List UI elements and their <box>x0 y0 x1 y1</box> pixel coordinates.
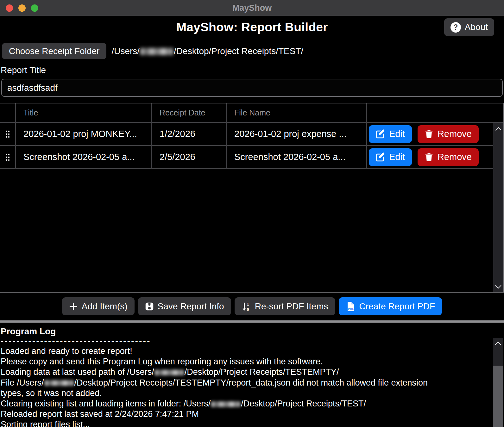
column-header-receipt-date: Receipt Date <box>151 103 226 122</box>
add-items-label: Add Item(s) <box>82 301 128 312</box>
remove-item-button[interactable]: Remove <box>418 125 479 143</box>
edit-item-button[interactable]: Edit <box>369 125 412 143</box>
log-line: Clearing existing list and loading items… <box>1 399 485 409</box>
column-header-file-name: File Name <box>226 103 366 122</box>
svg-text:9: 9 <box>247 307 249 311</box>
path-suffix: /Desktop/Project Receipts/TEST/ <box>174 46 303 56</box>
program-log-heading: Program Log <box>1 326 485 337</box>
cell-title: Screenshot 2026-02-05 a... <box>15 146 151 168</box>
report-title-input[interactable] <box>1 79 503 97</box>
drag-handle[interactable] <box>0 146 15 168</box>
cell-receipt-date: 2/5/2026 <box>151 146 226 168</box>
edit-button-label: Edit <box>389 152 405 162</box>
about-button-label: About <box>465 22 488 32</box>
create-report-pdf-button[interactable]: PDF Create Report PDF <box>339 297 442 315</box>
page-title: MayShow: Report Builder <box>0 18 504 34</box>
pencil-square-icon <box>376 152 385 162</box>
scroll-up-icon[interactable] <box>493 123 503 134</box>
svg-text:1: 1 <box>247 302 249 306</box>
grip-column-header <box>0 103 15 122</box>
table-header-row: Title Receipt Date File Name <box>0 103 503 123</box>
actions-toolbar: Add Item(s) Save Report Info 1 9 Re-sort… <box>0 293 504 320</box>
trash-icon <box>425 153 433 162</box>
column-header-title: Title <box>15 103 151 122</box>
table-scrollbar[interactable] <box>493 123 503 292</box>
pane-divider <box>0 320 504 323</box>
scroll-up-icon[interactable] <box>493 338 503 349</box>
log-divider-dashes: -------------------------------------- <box>1 337 485 346</box>
cell-receipt-date: 1/2/2026 <box>151 123 226 145</box>
app-header: MayShow: Report Builder ? About <box>0 18 504 39</box>
scroll-down-icon[interactable] <box>493 281 503 292</box>
report-items-table: Title Receipt Date File Name 2026-01-02 … <box>0 103 504 293</box>
question-icon: ? <box>450 22 461 33</box>
log-line: Loading data at last used path of /Users… <box>1 367 485 377</box>
drag-handle[interactable] <box>0 123 15 145</box>
cell-title: 2026-01-02 proj MONKEY... <box>15 123 151 145</box>
log-line: types, so it was not added. <box>1 388 485 399</box>
folder-row: Choose Receipt Folder /Users//Desktop/Pr… <box>2 43 504 59</box>
save-report-info-button[interactable]: Save Report Info <box>138 297 231 315</box>
resort-pdf-items-button[interactable]: 1 9 Re-sort PDF Items <box>235 297 335 315</box>
log-line: Please copy and send this Program Log wh… <box>1 356 485 367</box>
log-line: Sorting report files list... <box>1 419 485 427</box>
program-log: Program Log ----------------------------… <box>0 323 504 427</box>
log-line: Loaded and ready to create report! <box>1 346 485 356</box>
receipt-folder-path: /Users//Desktop/Project Receipts/TEST/ <box>111 46 303 56</box>
redacted-username <box>211 401 240 407</box>
path-prefix: /Users/ <box>111 46 140 56</box>
window-titlebar: MayShow <box>0 0 504 16</box>
svg-text:PDF: PDF <box>348 307 354 311</box>
cell-file-name: Screenshot 2026-02-05 a... <box>226 146 366 168</box>
edit-item-button[interactable]: Edit <box>369 148 412 166</box>
create-report-pdf-label: Create Report PDF <box>359 301 435 312</box>
cell-actions: Edit Remove <box>366 146 503 168</box>
column-header-actions <box>366 103 503 122</box>
remove-item-button[interactable]: Remove <box>418 148 479 166</box>
log-line: Reloaded report last saved at 2/24/2026 … <box>1 409 485 419</box>
plus-icon <box>69 302 78 311</box>
cell-file-name: 2026-01-02 proj expense ... <box>226 123 366 145</box>
add-items-button[interactable]: Add Item(s) <box>62 297 135 315</box>
sort-numeric-down-icon: 1 9 <box>242 302 251 311</box>
log-line: File /Users//Desktop/Project Receipts/TE… <box>1 378 485 388</box>
redacted-username <box>155 370 184 375</box>
table-row: Screenshot 2026-02-05 a... 2/5/2026 Scre… <box>0 146 503 169</box>
remove-button-label: Remove <box>438 129 472 139</box>
report-title-label: Report Title <box>1 65 504 75</box>
log-scrollbar[interactable] <box>493 338 503 427</box>
pencil-square-icon <box>376 129 385 139</box>
choose-receipt-folder-button[interactable]: Choose Receipt Folder <box>2 43 106 59</box>
table-row: 2026-01-02 proj MONKEY... 1/2/2026 2026-… <box>0 123 503 146</box>
window-title: MayShow <box>0 3 504 13</box>
redacted-username <box>140 48 173 55</box>
edit-button-label: Edit <box>389 129 405 139</box>
save-floppy-icon <box>145 302 154 311</box>
redacted-username <box>45 380 74 386</box>
log-scrollbar-thumb[interactable] <box>493 366 503 427</box>
about-button[interactable]: ? About <box>444 18 494 36</box>
pdf-file-icon: PDF <box>346 302 355 311</box>
grip-dots-icon <box>4 153 11 162</box>
grip-dots-icon <box>4 130 11 139</box>
save-report-info-label: Save Report Info <box>158 301 224 312</box>
resort-pdf-items-label: Re-sort PDF Items <box>255 301 328 312</box>
cell-actions: Edit Remove <box>366 123 503 145</box>
trash-icon <box>425 130 433 139</box>
remove-button-label: Remove <box>438 152 472 162</box>
